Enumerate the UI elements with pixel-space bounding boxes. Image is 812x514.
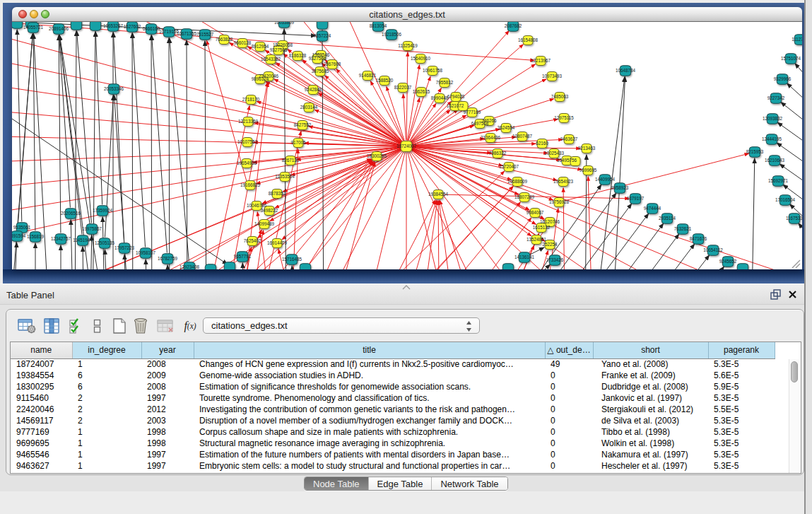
table-row[interactable]: 1830029562008Estimation of significance … — [11, 381, 775, 392]
graph-edge[interactable] — [597, 223, 664, 269]
table-cell[interactable]: 19384554 — [11, 370, 72, 381]
table-cell[interactable]: Changes of HCN gene expression and I(f) … — [194, 358, 545, 370]
table-cell[interactable]: 9115460 — [11, 392, 72, 404]
graph-node-teal[interactable] — [502, 264, 514, 269]
table-cell[interactable]: 1 — [72, 426, 141, 438]
selection-mode-icon[interactable] — [87, 318, 108, 334]
column-header-out_de[interactable]: △ out_de… — [545, 342, 593, 358]
table-cell[interactable]: Jankovic et al. (1997) — [593, 392, 708, 404]
table-cell[interactable]: 5.3E-5 — [708, 449, 775, 460]
graph-edge[interactable] — [170, 38, 189, 262]
table-cell[interactable]: Hescheler et al. (1997) — [593, 460, 708, 472]
table-cell[interactable]: 0 — [545, 370, 593, 381]
table-cell[interactable]: Dudbridge et al. (2008) — [593, 381, 708, 392]
function-builder-icon[interactable]: f(x) — [179, 320, 201, 332]
graph-edge[interactable] — [12, 148, 401, 243]
table-cell[interactable]: 2003 — [141, 415, 194, 426]
select-columns-icon[interactable] — [39, 318, 64, 334]
table-cell[interactable]: 9463627 — [11, 460, 72, 472]
table-cell[interactable]: 18724007 — [11, 358, 72, 370]
table-cell[interactable]: 6 — [72, 381, 141, 392]
graph-node-teal[interactable] — [224, 262, 235, 269]
table-cell[interactable]: 5.6E-5 — [708, 370, 775, 381]
select-all-check-icon[interactable] — [64, 318, 87, 334]
graph-node-teal[interactable] — [90, 22, 101, 30]
table-cell[interactable]: 0 — [545, 438, 593, 449]
graph-node-teal[interactable] — [71, 22, 82, 30]
column-header-short[interactable]: short — [593, 342, 708, 358]
table-cell[interactable]: Stergiakouli et al. (2012) — [593, 404, 708, 415]
table-cell[interactable]: Genome-wide association studies in ADHD. — [194, 370, 545, 381]
graph-edge[interactable] — [411, 30, 510, 141]
table-cell[interactable]: 2008 — [141, 381, 194, 392]
table-cell[interactable]: Tourette syndrome. Phenomenology and cla… — [194, 392, 545, 404]
table-cell[interactable]: 2 — [72, 404, 141, 415]
graph-edge[interactable] — [152, 35, 167, 253]
table-selector-dropdown[interactable]: citations_edges.txt — [203, 317, 480, 334]
table-cell[interactable]: 9465546 — [11, 449, 72, 460]
column-header-title[interactable]: title — [194, 342, 545, 358]
table-settings-icon[interactable] — [15, 318, 39, 334]
graph-edge[interactable] — [565, 204, 632, 269]
graph-edge[interactable] — [83, 247, 83, 270]
graph-edge[interactable] — [146, 259, 147, 270]
table-row[interactable]: 1872400712008Changes of HCN gene express… — [11, 358, 775, 370]
splitter-grip-icon[interactable] — [401, 284, 411, 290]
table-cell[interactable]: 0 — [545, 426, 593, 438]
table-row[interactable]: 969969511998Structural magnetic resonanc… — [11, 438, 775, 449]
graph-edge[interactable] — [17, 30, 22, 222]
table-cell[interactable]: 2012 — [141, 404, 194, 415]
tab-network-table[interactable]: Network Table — [432, 477, 507, 490]
graph-edge[interactable] — [59, 35, 110, 269]
graph-edge[interactable] — [212, 230, 262, 269]
table-cell[interactable]: 0 — [545, 415, 593, 426]
graph-edge[interactable] — [59, 35, 82, 234]
table-row[interactable]: 977716911998Corpus callosum shape and si… — [11, 426, 775, 438]
table-cell[interactable]: 9777169 — [11, 426, 72, 438]
graph-edge[interactable] — [167, 265, 168, 270]
table-cell[interactable]: 5.3E-5 — [708, 358, 775, 370]
graph-edge[interactable] — [411, 64, 536, 144]
table-cell[interactable]: 9699695 — [11, 438, 72, 449]
graph-edge[interactable] — [588, 177, 594, 270]
table-cell[interactable]: Structural magnetic resonance image aver… — [194, 438, 545, 449]
table-cell[interactable]: 0 — [545, 381, 593, 392]
graph-edge[interactable] — [59, 35, 71, 208]
graph-edge[interactable] — [284, 29, 286, 270]
graph-edge[interactable] — [445, 194, 630, 199]
graph-edge[interactable] — [191, 151, 402, 269]
graph-edge[interactable] — [169, 38, 170, 270]
table-cell[interactable]: 2009 — [141, 370, 194, 381]
table-row[interactable]: 1456911722003Disruption of a novel membe… — [11, 415, 775, 426]
graph-edge[interactable] — [75, 31, 76, 270]
table-cell[interactable]: Nakamura et al. (1997) — [593, 449, 708, 460]
table-cell[interactable]: Franke et al. (2009) — [593, 370, 708, 381]
graph-edge[interactable] — [613, 234, 679, 269]
table-row[interactable]: 946362711997Embryonic stem cells: a mode… — [11, 460, 775, 472]
table-cell[interactable]: Wolkin et al. (1998) — [593, 438, 708, 449]
column-header-year[interactable]: year — [141, 342, 194, 358]
table-cell[interactable]: 1997 — [141, 449, 194, 460]
table-cell[interactable]: Tibbo et al. (1998) — [593, 426, 708, 438]
graph-edge[interactable] — [404, 94, 406, 141]
table-cell[interactable]: 5.3E-5 — [708, 460, 775, 472]
table-cell[interactable]: 1 — [72, 358, 141, 370]
float-panel-icon[interactable] — [770, 289, 781, 300]
graph-edge[interactable] — [95, 32, 102, 205]
table-cell[interactable]: 5.3E-5 — [708, 426, 775, 438]
delete-column-icon[interactable] — [130, 317, 152, 334]
graph-edge[interactable] — [12, 119, 228, 264]
graph-edge[interactable] — [799, 223, 803, 250]
table-cell[interactable]: 14569117 — [11, 415, 72, 426]
table-cell[interactable]: 5.3E-5 — [708, 415, 775, 426]
table-cell[interactable]: 5.3E-5 — [708, 438, 775, 449]
graph-edge[interactable] — [132, 33, 133, 270]
table-cell[interactable]: Estimation of significance thresholds fo… — [194, 381, 545, 392]
table-cell[interactable]: 22420046 — [11, 404, 72, 415]
column-header-name[interactable]: name — [11, 342, 72, 358]
table-cell[interactable]: de Silva et al. (2003) — [593, 415, 708, 426]
table-cell[interactable]: 0 — [545, 392, 593, 404]
table-cell[interactable]: 5.5E-5 — [708, 404, 775, 415]
graph-edge[interactable] — [612, 77, 625, 270]
column-header-in_degree[interactable]: in_degree — [72, 342, 141, 358]
